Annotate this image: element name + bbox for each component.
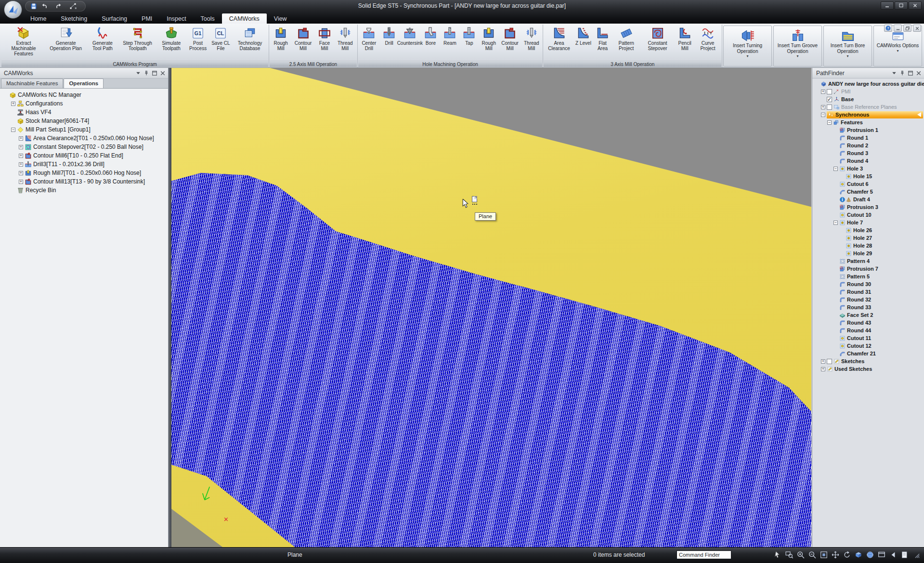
visibility-checkbox[interactable] [827,105,832,110]
window-close-button[interactable] [909,1,922,10]
zoom-out-icon[interactable] [807,550,817,560]
panel-pin-icon[interactable] [143,70,150,77]
collapse-icon[interactable]: − [827,120,832,125]
camworks-tab-machinable-features[interactable]: Machinable Features [1,79,63,88]
center-drill-button[interactable]: Center Drill [359,26,380,51]
ctree-item-area-clearance2-t01-0-250x0-060-hog-nose[interactable]: +Area Clearance2[T01 - 0.250x0.060 Hog N… [2,134,168,143]
pf-item-round-3[interactable]: Round 3 [813,149,924,157]
pf-item-round-1[interactable]: Round 1 [813,134,924,142]
pf-item-chamfer-21[interactable]: Chamfer 21 [813,350,924,357]
panel-close-icon[interactable] [915,70,922,77]
select-arrow-icon[interactable] [773,550,782,560]
pf-item-protrusion-7[interactable]: Protrusion 7 [813,265,924,273]
pf-item-hole-27[interactable]: Hole 27 [813,234,924,242]
pf-item-cutout-6[interactable]: Cutout 6 [813,180,924,188]
generate-operation-plan-button[interactable]: Generate Operation Plan [45,26,86,51]
expand-icon[interactable]: + [19,154,23,158]
panel-pin-icon[interactable] [899,70,906,77]
save-cl-file-button[interactable]: CLSave CL File [209,26,232,51]
ctree-item-configurations[interactable]: +Configurations [2,99,168,108]
view-card-icon[interactable] [900,550,910,560]
countersink-button[interactable]: Countersink [399,26,421,46]
tab-home[interactable]: Home [23,13,53,24]
post-process-button[interactable]: G1Post Process [186,26,209,51]
constant-stepover-button[interactable]: Constant Stepover [640,26,675,51]
bore-button[interactable]: Bore [421,26,440,46]
rough-mill-button[interactable]: Rough Mill [479,26,499,51]
panel-maximize-icon[interactable] [907,70,914,77]
collapse-icon[interactable]: − [833,167,838,171]
pf-item-hole-26[interactable]: Hole 26 [813,226,924,234]
visibility-checkbox[interactable] [827,89,832,94]
expand-icon[interactable]: + [19,162,23,167]
ctree-item-mill-part-setup1-group1[interactable]: −Mill Part Setup1 [Group1] [2,125,168,134]
expand-icon[interactable]: + [11,102,15,106]
visibility-checkbox[interactable] [827,97,832,102]
pf-item-face-set-2[interactable]: Face Set 2 [813,311,924,319]
3d-viewport[interactable]: ✕ Plane [171,68,811,547]
extract-machinable-features-button[interactable]: Extract Machinable Features [2,26,45,57]
expand-icon[interactable]: + [19,171,23,175]
expand-icon[interactable]: + [821,359,825,364]
pf-item-round-4[interactable]: Round 4 [813,157,924,165]
tab-view[interactable]: View [267,13,294,24]
pf-item-hole-7[interactable]: −Hole 7 [813,219,924,226]
help-icon[interactable]: ? [884,25,892,32]
pf-item-round-43[interactable]: Round 43 [813,319,924,327]
pf-item-pattern-5[interactable]: Pattern 5 [813,273,924,280]
pattern-project-button[interactable]: Pattern Project [612,26,640,51]
expand-icon[interactable]: + [821,90,825,94]
contour-mill-button[interactable]: Contour Mill [291,26,315,51]
window-maximize-button[interactable] [895,1,908,10]
pf-item-cutout-11[interactable]: Cutout 11 [813,334,924,342]
doc-minimize-icon[interactable] [894,25,902,32]
rough-mill-button[interactable]: Rough Mill [270,26,291,51]
ctree-item-contour-mill13-t13-90-by-3-8-countersink[interactable]: +Contour Mill13[T13 - 90 by 3/8 Counters… [2,177,168,186]
pf-item-round-44[interactable]: Round 44 [813,327,924,334]
ctree-item-recycle-bin[interactable]: Recycle Bin [2,186,168,195]
command-finder-input[interactable] [677,550,731,559]
pf-item-hole-3[interactable]: −Hole 3 [813,165,924,172]
flat-area-button[interactable]: Flat Area [593,26,612,51]
insert-turn-bore-operation-button[interactable]: Insert Turn Bore Operation▾ [823,26,872,66]
z-level-button[interactable]: Z Level [573,26,593,46]
expand-icon[interactable]: + [821,105,825,109]
panel-close-icon[interactable] [159,70,166,77]
pf-item-cutout-10[interactable]: Cutout 10 [813,211,924,219]
pf-item-round-31[interactable]: Round 31 [813,288,924,296]
ctree-item-stock-manager-6061-t4[interactable]: Stock Manager[6061-T4] [2,117,168,125]
pf-item-used-sketches[interactable]: +Used Sketches [813,365,924,373]
collapse-icon[interactable]: − [11,128,15,132]
pf-item-protrusion-1[interactable]: Protrusion 1 [813,126,924,134]
tab-tools[interactable]: Tools [194,13,222,24]
pf-item-base-reference-planes[interactable]: +Base Reference Planes [813,103,924,111]
pf-item-hole-29[interactable]: Hole 29 [813,249,924,257]
visibility-checkbox[interactable] [827,359,832,364]
ctree-item-drill3-t11-0-201x2-36-drill[interactable]: +Drill3[T11 - 0.201x2.36 Drill] [2,160,168,169]
pf-item-round-32[interactable]: Round 32 [813,296,924,303]
view-styles-icon[interactable] [865,550,875,560]
common-views-icon[interactable] [854,550,863,560]
expand-icon[interactable]: + [19,136,23,141]
tap-button[interactable]: Tap [459,26,479,46]
zoom-in-icon[interactable] [796,550,806,560]
ctree-item-rough-mill7-t01-0-250x0-060-hog-nose[interactable]: +Rough Mill7[T01 - 0.250x0.060 Hog Nose] [2,169,168,177]
ctree-item-camworks-nc-manager[interactable]: CAMWorks NC Manager [2,91,168,99]
pf-item-cutout-12[interactable]: Cutout 12 [813,342,924,350]
pf-item-synchronous[interactable]: −Synchronous [813,111,924,118]
ctree-item-haas-vf4[interactable]: Haas VF4 [2,108,168,117]
rotate-icon[interactable] [842,550,852,560]
collapse-icon[interactable]: − [821,113,825,117]
doc-close-icon[interactable] [913,25,921,32]
camworks-tab-operations[interactable]: Operations [64,79,104,88]
solid-edge-logo-icon[interactable] [4,0,22,19]
doc-restore-icon[interactable] [903,25,911,32]
tab-inspect[interactable]: Inspect [159,13,193,24]
pf-item-base[interactable]: Base [813,95,924,103]
pf-item-round-33[interactable]: Round 33 [813,303,924,311]
drill-button[interactable]: Drill [379,26,399,46]
expand-icon[interactable]: + [821,367,825,371]
pencil-mill-button[interactable]: Pencil Mill [675,26,695,51]
ctree-item-constant-stepover2-t02-0-250-ball-nose[interactable]: +Constant Stepover2[T02 - 0.250 Ball Nos… [2,143,168,151]
collapse-arrow-icon[interactable] [917,112,921,117]
